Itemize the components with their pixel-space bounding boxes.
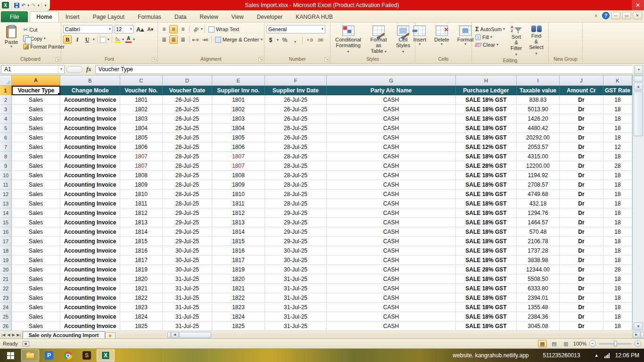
cell-I2[interactable]: 838.83 <box>517 95 560 105</box>
cell-K11[interactable]: 18 <box>603 180 632 189</box>
next-sheet-icon[interactable]: ▶ <box>12 333 15 337</box>
cell-I15[interactable]: 1464.57 <box>517 218 560 227</box>
cell-G22[interactable]: CASH <box>327 284 456 293</box>
orientation-icon[interactable]: ab <box>190 23 201 35</box>
cell-C26[interactable]: 1825 <box>120 321 163 331</box>
scroll-left-icon[interactable]: ◀ <box>171 332 179 338</box>
cell-F23[interactable]: 31-Jul-25 <box>265 293 327 303</box>
cell-G14[interactable]: CASH <box>327 208 456 218</box>
center-icon[interactable]: ≣ <box>169 35 178 44</box>
cell-D18[interactable]: 30-Jul-25 <box>163 246 212 255</box>
cell-H4[interactable]: SALE 18% GST <box>456 114 517 123</box>
zoom-slider-thumb[interactable] <box>614 341 617 346</box>
cell-A13[interactable]: Sales <box>12 199 60 208</box>
taskbar-excel[interactable]: X <box>97 349 115 362</box>
zoom-in-icon[interactable]: + <box>635 340 641 347</box>
cell-K20[interactable]: 28 <box>603 265 632 274</box>
cell-I26[interactable]: 3045.08 <box>517 321 560 331</box>
insert-function-icon[interactable]: fx <box>84 66 93 73</box>
cell-I12[interactable]: 4749.68 <box>517 189 560 199</box>
cell-J26[interactable]: Dr <box>560 321 603 331</box>
cell-D22[interactable]: 31-Jul-25 <box>163 284 212 293</box>
cell-F11[interactable]: 28-Jul-25 <box>265 180 327 189</box>
cell-G24[interactable]: CASH <box>327 303 456 312</box>
cell-B22[interactable]: Accounting Invoice <box>60 284 120 293</box>
cell-E14[interactable]: 1812 <box>212 208 265 218</box>
cell-J8[interactable]: Dr <box>560 152 603 161</box>
cell-D7[interactable]: 28-Jul-25 <box>163 142 212 152</box>
excel-app-icon[interactable]: X <box>2 2 9 8</box>
cell-E1[interactable]: Supplier Inv no. <box>212 86 265 95</box>
tab-insert[interactable]: Insert <box>59 11 86 22</box>
increase-decimal-icon[interactable]: +.0 <box>305 36 314 44</box>
close-workbook-button[interactable]: ✕ <box>633 12 642 19</box>
cell-A22[interactable]: Sales <box>12 284 60 293</box>
font-color-icon[interactable]: A <box>125 36 132 43</box>
scroll-up-icon[interactable]: ▲ <box>634 82 643 90</box>
row-header-20[interactable]: 20 <box>0 265 12 274</box>
cell-D21[interactable]: 31-Jul-25 <box>163 274 212 284</box>
cell-C1[interactable]: Voucher No. <box>120 86 163 95</box>
cell-A2[interactable]: Sales <box>12 95 60 105</box>
cell-A4[interactable]: Sales <box>12 114 60 123</box>
tray-expand-icon[interactable]: ▲ <box>594 353 599 358</box>
first-sheet-icon[interactable]: |◀ <box>1 333 5 337</box>
row-header-26[interactable]: 26 <box>0 321 12 331</box>
save-icon[interactable] <box>14 3 19 8</box>
cell-A7[interactable]: Sales <box>12 142 60 152</box>
cell-B5[interactable]: Accounting Invoice <box>60 123 120 133</box>
cell-C22[interactable]: 1821 <box>120 284 163 293</box>
cell-G21[interactable]: CASH <box>327 274 456 284</box>
cell-F8[interactable]: 28-Jul-25 <box>265 152 327 161</box>
horizontal-scroll-thumb[interactable] <box>179 332 211 338</box>
cell-K17[interactable]: 18 <box>603 237 632 246</box>
cell-E18[interactable]: 1816 <box>212 246 265 255</box>
cell-I24[interactable]: 1355.48 <box>517 303 560 312</box>
taskbar-sublime[interactable]: S <box>78 349 96 362</box>
cell-E16[interactable]: 1814 <box>212 227 265 237</box>
increase-indent-icon[interactable]: ⇥≡ <box>201 35 209 44</box>
cell-B23[interactable]: Accounting Invoice <box>60 293 120 303</box>
column-header-I[interactable]: I <box>517 75 560 86</box>
cell-G9[interactable]: CASH <box>327 161 456 171</box>
cell-A21[interactable]: Sales <box>12 274 60 284</box>
vertical-split-handle[interactable] <box>634 76 643 82</box>
cell-H3[interactable]: SALE 18% GST <box>456 105 517 114</box>
sheet-tab-active[interactable]: Sale only Accounting Import <box>23 331 105 338</box>
number-format-select[interactable]: General▾ <box>266 25 325 33</box>
cell-K12[interactable]: 18 <box>603 189 632 199</box>
clock[interactable]: 12:06 PM <box>615 352 639 359</box>
cell-I11[interactable]: 2708.57 <box>517 180 560 189</box>
cell-H5[interactable]: SALE 18% GST <box>456 123 517 133</box>
cell-G23[interactable]: CASH <box>327 293 456 303</box>
cell-G25[interactable]: CASH <box>327 312 456 321</box>
cell-D5[interactable]: 26-Jul-25 <box>163 123 212 133</box>
cell-H25[interactable]: SALE 18% GST <box>456 312 517 321</box>
cell-H14[interactable]: SALE 18% GST <box>456 208 517 218</box>
cell-K4[interactable]: 18 <box>603 114 632 123</box>
minimize-workbook-button[interactable]: ─ <box>611 12 620 19</box>
cell-H19[interactable]: SALE 18% GST <box>456 255 517 265</box>
cell-J19[interactable]: Dr <box>560 255 603 265</box>
cell-K22[interactable]: 18 <box>603 284 632 293</box>
cell-A15[interactable]: Sales <box>12 218 60 227</box>
cell-K21[interactable]: 18 <box>603 274 632 284</box>
cell-C9[interactable]: 1807 <box>120 161 163 171</box>
column-header-H[interactable]: H <box>456 75 517 86</box>
customize-qat-icon[interactable]: ▾ <box>44 3 46 8</box>
cell-E3[interactable]: 1802 <box>212 105 265 114</box>
cell-C2[interactable]: 1801 <box>120 95 163 105</box>
cell-J6[interactable]: Dr <box>560 133 603 142</box>
cell-C6[interactable]: 1805 <box>120 133 163 142</box>
cell-G11[interactable]: CASH <box>327 180 456 189</box>
cell-H9[interactable]: SALE 28% GST <box>456 161 517 171</box>
cell-I17[interactable]: 2106.78 <box>517 237 560 246</box>
close-window-button[interactable]: ✕ <box>632 0 644 10</box>
cell-C16[interactable]: 1814 <box>120 227 163 237</box>
cell-J5[interactable]: Dr <box>560 123 603 133</box>
grow-font-button[interactable]: A▴ <box>135 25 145 33</box>
horizontal-split-handle-right[interactable] <box>641 332 644 338</box>
cell-J12[interactable]: Dr <box>560 189 603 199</box>
underline-button[interactable]: U <box>83 35 91 44</box>
row-header-11[interactable]: 11 <box>0 180 12 189</box>
